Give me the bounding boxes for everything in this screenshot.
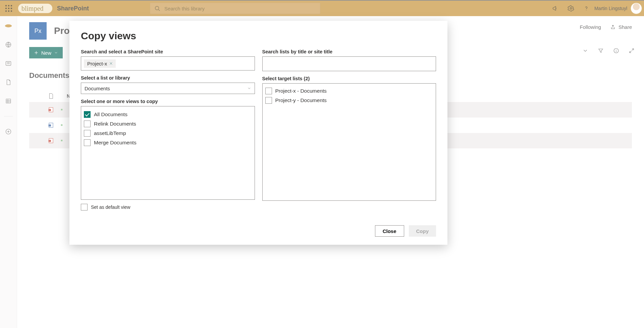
view-checkbox[interactable] [84,139,91,146]
dialog-title: Copy views [81,30,436,42]
set-default-row: Set as default view [81,204,255,210]
target-lists-box[interactable]: Project-x - DocumentsProject-y - Documen… [262,83,436,201]
target-name: Project-y - Documents [275,97,327,103]
target-checkbox[interactable] [265,97,272,104]
remove-chip-button[interactable] [109,61,113,65]
search-site-label: Search and select a SharePoint site [81,49,255,54]
view-checkbox[interactable] [84,121,91,127]
set-default-label: Set as default view [91,204,130,210]
view-checkbox[interactable] [84,130,91,137]
view-option[interactable]: assetLibTemp [84,129,252,138]
list-dropdown-value: Documents [85,86,110,91]
site-picker[interactable]: Project-x [81,56,255,71]
select-list-label: Select a list or library [81,75,255,81]
target-list-option[interactable]: Project-x - Documents [265,86,433,96]
view-option[interactable]: Relink Documents [84,119,252,129]
target-list-option[interactable]: Project-y - Documents [265,96,433,105]
views-listbox[interactable]: All DocumentsRelink DocumentsassetLibTem… [81,106,255,200]
site-chip: Project-x [84,59,116,68]
search-lists-label: Search lists by title or site title [262,49,436,54]
site-chip-label: Project-x [87,61,107,66]
dialog-footer: Close Copy [81,225,436,237]
view-name: All Documents [94,111,127,118]
list-dropdown[interactable]: Documents [81,83,255,94]
search-lists-input[interactable] [262,56,436,71]
copy-button[interactable]: Copy [409,225,436,237]
view-option[interactable]: Merge Documents [84,138,252,147]
view-checkbox[interactable] [84,111,91,118]
view-option[interactable]: All Documents [84,110,252,119]
select-views-label: Select one or more views to copy [81,99,255,104]
chevron-down-icon [247,86,251,90]
dialog-right-column: Search lists by title or site title Sele… [262,49,436,219]
dialog-left-column: Search and select a SharePoint site Proj… [81,49,255,219]
copy-views-dialog: Copy views Search and select a SharePoin… [69,21,447,245]
view-name: Merge Documents [94,140,137,146]
target-name: Project-x - Documents [275,88,327,94]
view-name: assetLibTemp [94,130,126,136]
close-button[interactable]: Close [375,225,404,237]
set-default-checkbox[interactable] [81,204,88,210]
close-icon [109,61,113,65]
view-name: Relink Documents [94,121,136,127]
target-lists-label: Select target lists (2) [262,76,436,81]
target-checkbox[interactable] [265,88,272,94]
